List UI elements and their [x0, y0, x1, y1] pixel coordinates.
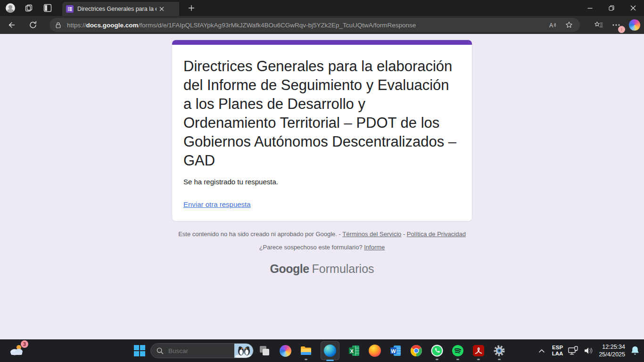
- minimize-icon[interactable]: [579, 0, 601, 16]
- acrobat-icon: [472, 345, 485, 357]
- tab-title-fade: [163, 2, 179, 16]
- edge-icon: [324, 345, 336, 357]
- window-close-icon[interactable]: [622, 0, 644, 16]
- taskbar-icon-copilot[interactable]: [279, 345, 291, 357]
- lock-icon[interactable]: [54, 21, 62, 29]
- spotify-icon: [452, 345, 464, 357]
- privacy-link[interactable]: Política de Privacidad: [407, 230, 466, 238]
- form-title: Directrices Generales para la elaboració…: [183, 57, 460, 170]
- address-bar[interactable]: https://docs.google.com/forms/d/e/1FAIpQ…: [50, 18, 580, 32]
- network-icon[interactable]: [568, 346, 579, 355]
- start-icon[interactable]: [133, 345, 146, 357]
- vertical-tabs-icon[interactable]: [43, 4, 52, 12]
- form-response-card: Directrices Generales para la elaboració…: [172, 40, 472, 222]
- chrome-icon: [410, 345, 422, 357]
- more-icon[interactable]: ↑: [611, 20, 621, 30]
- favorite-star-icon[interactable]: [565, 21, 573, 29]
- taskbar-icon-spotify[interactable]: [452, 345, 464, 357]
- settings-gear-icon: [493, 345, 505, 357]
- taskbar-search[interactable]: [150, 343, 254, 358]
- footer-disclaimer-row: Este contenido no ha sido creado ni apro…: [0, 230, 644, 238]
- taskbar-icon-edge[interactable]: [321, 341, 339, 360]
- terms-link[interactable]: Términos del Servicio: [342, 230, 401, 238]
- forms-favicon: [66, 5, 74, 13]
- search-icon: [157, 347, 164, 354]
- taskbar-icon-whatsapp[interactable]: [431, 345, 443, 357]
- google-forms-logo: GoogleFormularios: [0, 262, 644, 276]
- profile-avatar-icon[interactable]: [6, 3, 15, 13]
- refresh-icon[interactable]: [25, 17, 41, 33]
- svg-text:A: A: [549, 22, 553, 29]
- taskbar-icon-excel[interactable]: X: [348, 345, 360, 357]
- taskbar-icon-firefox[interactable]: [369, 345, 381, 357]
- bell-icon[interactable]: [630, 345, 640, 356]
- tray-chevron-icon[interactable]: [536, 345, 547, 356]
- titlebar: Directrices Generales para la elabo: [0, 0, 644, 16]
- copilot-icon[interactable]: [629, 19, 640, 31]
- browser-window: Directrices Generales para la elabo: [0, 0, 644, 362]
- taskbar-icon-chrome[interactable]: [410, 345, 422, 357]
- new-tab-icon[interactable]: [186, 2, 197, 14]
- copilot-icon: [280, 345, 291, 357]
- system-tray: ESPLAA 12:25:34 25/4/2025: [536, 339, 640, 362]
- word-icon: W: [389, 345, 402, 357]
- resubmit-link[interactable]: Enviar otra respuesta: [183, 200, 251, 208]
- navigation-toolbar: https://docs.google.com/forms/d/e/1FAIpQ…: [0, 16, 644, 34]
- tray-time: 12:25:34: [599, 343, 625, 351]
- taskbar-icon-task-view[interactable]: [258, 345, 271, 357]
- taskbar-icon-acrobat[interactable]: [472, 345, 485, 357]
- favorites-bar-icon[interactable]: [594, 20, 603, 30]
- browser-tab[interactable]: Directrices Generales para la elabo: [62, 2, 179, 16]
- form-theme-bar: [172, 40, 472, 45]
- taskbar-apps: X W: [258, 339, 505, 362]
- language-indicator[interactable]: ESPLAA: [552, 345, 563, 357]
- update-badge-icon: ↑: [618, 26, 625, 33]
- file-explorer-icon: [300, 345, 312, 357]
- widgets-button[interactable]: 3: [8, 341, 29, 360]
- widgets-badge: 3: [21, 340, 28, 348]
- svg-text:W: W: [391, 348, 396, 354]
- tray-date: 25/4/2025: [599, 351, 625, 358]
- back-icon[interactable]: [4, 17, 19, 33]
- firefox-icon: [369, 345, 381, 357]
- taskbar: 3: [0, 339, 644, 362]
- footer-report-row: ¿Parece sospechoso este formulario? Info…: [0, 244, 644, 251]
- clock[interactable]: 12:25:34 25/4/2025: [599, 343, 625, 358]
- tab-title: Directrices Generales para la elabo: [77, 6, 157, 12]
- svg-text:X: X: [350, 348, 354, 354]
- report-question: ¿Parece sospechoso este formulario?: [259, 244, 363, 251]
- taskbar-icon-file-explorer[interactable]: [300, 345, 312, 357]
- excel-icon: X: [348, 345, 360, 357]
- whatsapp-icon: [431, 345, 443, 357]
- workspaces-icon[interactable]: [25, 3, 34, 13]
- confirmation-message: Se ha registrado tu respuesta.: [183, 178, 461, 186]
- speaker-icon[interactable]: [584, 346, 594, 355]
- footer-separator: -: [403, 230, 405, 238]
- search-input[interactable]: [167, 347, 234, 355]
- footer-disclaimer: Este contenido no ha sido creado ni apro…: [178, 230, 341, 238]
- report-link[interactable]: Informe: [364, 244, 385, 251]
- task-view-icon: [259, 345, 270, 356]
- web-page: Directrices Generales para la elaboració…: [0, 34, 644, 339]
- taskbar-icon-word[interactable]: W: [389, 345, 402, 357]
- penguins-image: [234, 344, 253, 358]
- taskbar-icon-settings[interactable]: [493, 345, 505, 357]
- form-footer: Este contenido no ha sido creado ni apro…: [0, 230, 644, 251]
- read-aloud-icon[interactable]: A: [549, 21, 558, 29]
- restore-icon[interactable]: [601, 0, 622, 16]
- url-text: https://docs.google.com/forms/d/e/1FAIpQ…: [67, 22, 549, 29]
